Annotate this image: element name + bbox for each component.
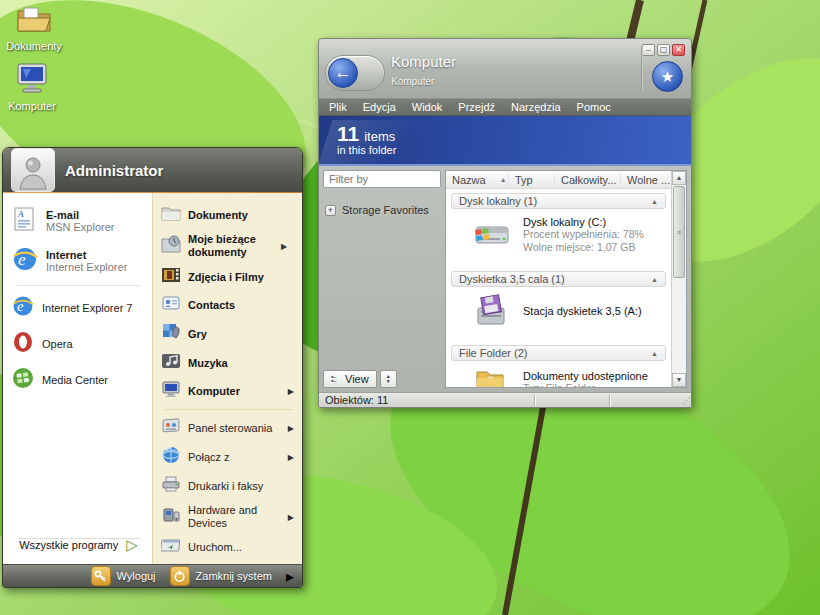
submenu-arrow-icon: ▶ [288,424,296,433]
footer-chevron-icon[interactable]: ▸ [286,567,294,586]
start-item-zdjecia-i-filmy[interactable]: Zdjęcia i Filmy [158,263,299,291]
column-headers: Nazwa ▲ Typ Całkowity... Wolne ... [446,171,671,189]
all-programs-button[interactable]: Wszystkie programy ▷ [9,530,148,558]
status-text: Obiektów: 11 [325,394,388,406]
start-menu-footer: Wyloguj Zamknij system ▸ [3,564,302,587]
filter-input[interactable] [323,170,441,188]
start-item-hardware[interactable]: Hardware and Devices ▶ [158,500,299,534]
computer-icon [14,80,50,97]
start-item-media-center[interactable]: Media Center [9,362,148,398]
pictures-video-icon [161,267,181,287]
msn-mail-icon: A [11,205,39,237]
window-title: Komputer [391,53,456,70]
printers-icon [161,476,181,496]
start-item-uruchom[interactable]: Uruchom... [158,534,299,560]
collapse-icon[interactable]: ▲ [651,276,658,283]
start-item-dokumenty[interactable]: Dokumenty [158,201,299,229]
desktop-icon-komputer[interactable]: Komputer [0,62,64,112]
start-menu-places-column: Dokumenty Moje bieżące dokumenty ▶ Zdjęc… [152,193,302,564]
documents-folder-icon [16,20,52,37]
column-calkowity[interactable]: Całkowity... [555,174,621,186]
submenu-arrow-icon: ▶ [288,387,296,396]
resize-grip[interactable]: ⋰ [682,396,689,405]
expand-plus-icon[interactable]: + [325,205,336,216]
start-item-opera[interactable]: Opera [9,326,148,362]
file-item-stacja-a[interactable]: Stacja dyskietek 3,5 (A:) [451,287,666,337]
menu-pomoc[interactable]: Pomoc [577,101,611,113]
column-typ[interactable]: Typ [509,174,555,186]
file-list-pane: Nazwa ▲ Typ Całkowity... Wolne ... Dysk … [445,170,687,388]
divider [17,285,140,286]
start-item-panel-sterowania[interactable]: Panel sterowania ▶ [158,414,299,442]
start-menu: Administrator A E-mail MSN Explorer [2,147,303,588]
scroll-up-icon[interactable]: ▲ [672,171,686,185]
user-avatar[interactable] [11,148,55,192]
column-wolne[interactable]: Wolne ... [621,174,671,186]
column-nazwa[interactable]: Nazwa ▲ [446,174,509,186]
control-panel-icon [161,418,181,438]
maximize-button[interactable]: ▢ [657,44,670,56]
sort-ascending-icon: ▲ [500,176,507,183]
close-button[interactable]: ✕ [672,44,685,56]
storage-favorites-label: Storage Favorites [342,204,429,216]
collapse-icon[interactable]: ▲ [651,198,658,205]
menu-narzedzia[interactable]: Narzędzia [511,101,561,113]
group-header-dysk-lokalny[interactable]: Dysk lokalny (1) ▲ [451,193,666,209]
menu-edycja[interactable]: Edycja [363,101,396,113]
view-spinner[interactable]: ▲▼ [380,370,397,388]
back-button-pill: ← [325,55,385,91]
scrollbar-thumb[interactable]: ≡ [673,186,685,278]
menu-przejdz[interactable]: Przejdź [458,101,495,113]
scroll-down-icon[interactable]: ▼ [672,373,686,387]
recent-documents-icon [161,235,181,257]
desktop-icon-label: Dokumenty [2,40,66,52]
start-item-drukarki[interactable]: Drukarki i faksy [158,472,299,500]
desktop-icon-dokumenty[interactable]: Dokumenty [2,4,66,52]
start-item-ie7[interactable]: e Internet Explorer 7 [9,290,148,326]
explorer-window: – ▢ ✕ ← Komputer Komputer ★ Plik Edycja … [318,38,692,408]
floppy-drive-icon [457,294,523,328]
start-item-muzyka[interactable]: Muzyka [158,349,299,377]
internet-explorer-icon: e [11,294,35,322]
media-center-icon [11,366,35,394]
list-view-icon: ▪–▪– [331,375,340,383]
start-item-email[interactable]: A E-mail MSN Explorer [9,201,148,241]
start-item-gry[interactable]: Gry [158,319,299,349]
menu-plik[interactable]: Plik [329,101,347,113]
titlebar-divider [642,47,643,91]
run-icon [161,538,181,556]
storage-favorites-expander[interactable]: + Storage Favorites [323,204,441,216]
internet-explorer-icon: e [11,245,39,277]
start-item-polacz-z[interactable]: Połącz z ▶ [158,442,299,472]
start-item-moje-biezace-dokumenty[interactable]: Moje bieżące dokumenty ▶ [158,229,299,263]
shutdown-button[interactable]: Zamknij system [170,566,272,586]
file-item-dysk-c[interactable]: Dysk lokalny (C:) Procent wypełnienia: 7… [451,209,666,263]
start-item-contacts[interactable]: Contacts [158,291,299,319]
start-menu-header: Administrator [3,148,302,192]
submenu-arrow-icon: ▶ [281,242,289,251]
group-header-dyskietka[interactable]: Dyskietka 3,5 cala (1) ▲ [451,271,666,287]
user-name: Administrator [65,162,163,179]
status-bar: Obiektów: 11 ⋰ [319,392,691,407]
banner-watermark [319,120,452,166]
computer-icon [161,381,181,401]
back-icon[interactable]: ← [328,58,358,88]
vertical-scrollbar[interactable]: ▲ ≡ ▼ [671,171,686,387]
logoff-button[interactable]: Wyloguj [91,566,156,586]
key-icon [91,566,111,586]
start-item-internet[interactable]: e Internet Internet Explorer [9,241,148,281]
power-icon [170,566,190,586]
favorites-star-icon[interactable]: ★ [652,61,683,92]
music-icon [161,353,181,373]
file-item-dokumenty-udostepnione[interactable]: Dokumenty udostępnione Typ: File Folder [451,361,666,387]
divider [164,409,293,410]
start-item-komputer[interactable]: Komputer ▶ [158,377,299,405]
minimize-button[interactable]: – [642,44,655,56]
window-titlebar[interactable]: – ▢ ✕ ← Komputer Komputer ★ [319,39,691,99]
desktop-icon-label: Komputer [0,100,64,112]
view-button[interactable]: ▪–▪– View [323,370,377,388]
collapse-icon[interactable]: ▲ [651,350,658,357]
group-header-file-folder[interactable]: File Folder (2) ▲ [451,345,666,361]
menu-widok[interactable]: Widok [412,101,443,113]
window-subtitle: Komputer [391,76,434,87]
